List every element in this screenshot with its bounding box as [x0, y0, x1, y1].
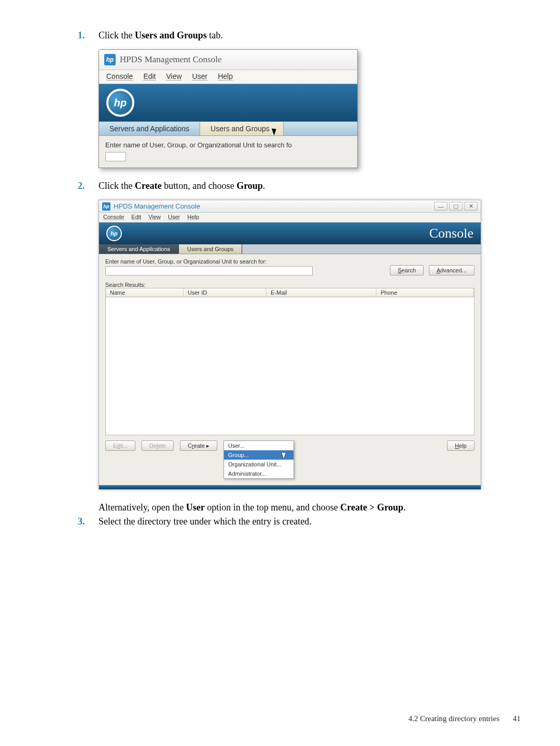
step-1: 1. Click the Users and Groups tab.	[78, 30, 560, 41]
search-results-label: Search Results:	[105, 282, 146, 288]
ss1-tabs: Servers and Applications Users and Group…	[99, 121, 357, 136]
menu-item-user[interactable]: User...	[224, 441, 293, 450]
step-1-post: tab.	[207, 30, 223, 40]
ss1-title: HPDS Management Console	[120, 54, 221, 65]
ss1-banner: hp	[99, 84, 357, 121]
footer-section: 4.2 Creating directory entries	[408, 714, 499, 723]
results-body	[105, 297, 474, 435]
footer-page: 41	[513, 714, 521, 723]
step-3: 3. Select the directory tree under which…	[78, 516, 560, 527]
menu-console[interactable]: Console	[103, 214, 124, 220]
alt-mid: option in the top menu, and choose	[205, 502, 340, 513]
col-name[interactable]: Name	[106, 288, 184, 297]
tab-users-groups[interactable]: Users and Groups	[179, 244, 242, 254]
ss1-search-input[interactable]	[105, 152, 126, 161]
step-2-alt: Alternatively, open the User option in t…	[99, 502, 560, 513]
menu-view[interactable]: View	[148, 214, 161, 220]
menu-item-admin[interactable]: Administrator...	[224, 469, 293, 478]
step-3-number: 3.	[78, 516, 96, 527]
ss1-menubar: Console Edit View User Help	[99, 70, 357, 84]
alt-b2: Create > Group	[340, 502, 403, 513]
ss1-search-label: Enter name of User, Group, or Organizati…	[105, 141, 292, 149]
ss1-titlebar: hp HPDS Management Console	[99, 50, 357, 70]
create-menu: User... Group... Organizational Unit... …	[223, 440, 294, 479]
advanced-button[interactable]: Advanced...Advanced...	[429, 265, 474, 275]
screenshot-2: hp HPDS Management Console — ▢ ✕ Console…	[99, 200, 481, 490]
menu-help[interactable]: Help	[218, 72, 233, 80]
bottom-toolbar: Edit...Edit... DeleteDelete Create ▸Crea…	[105, 440, 474, 479]
maximize-button[interactable]: ▢	[449, 202, 463, 211]
step-2-number: 2.	[78, 181, 96, 191]
search-button[interactable]: SSearchearch	[390, 265, 424, 275]
ss2-tabs: Servers and Applications Users and Group…	[99, 244, 481, 254]
create-button[interactable]: Create ▸Create	[180, 440, 217, 451]
step-2: 2. Click the Create button, and choose G…	[78, 181, 560, 191]
tab-servers[interactable]: Servers and Applications	[99, 122, 200, 135]
alt-post: .	[403, 502, 406, 513]
menu-view[interactable]: View	[166, 72, 182, 80]
tab-users-label: Users and Groups	[211, 125, 270, 133]
close-button[interactable]: ✕	[464, 202, 478, 211]
hp-circle-icon: hp	[106, 89, 134, 117]
banner-title: Console	[429, 226, 473, 241]
search-row: Enter name of User, Group, or Organizati…	[105, 258, 474, 275]
alt-b1: User	[186, 502, 205, 513]
tab-servers[interactable]: Servers and Applications	[99, 244, 179, 254]
ss2-menubar: Console Edit View User Help	[99, 213, 481, 223]
menu-user[interactable]: User	[192, 72, 208, 80]
col-phone[interactable]: Phone	[376, 288, 474, 297]
ss2-banner: hp Console	[99, 223, 481, 244]
help-button[interactable]: HelpHelp	[447, 440, 474, 451]
bottom-divider	[99, 485, 481, 489]
alt-pre: Alternatively, open the	[99, 502, 186, 513]
ss2-titlebar: hp HPDS Management Console — ▢ ✕	[99, 200, 481, 213]
step-2-pre: Click the	[99, 181, 135, 191]
window-buttons: — ▢ ✕	[434, 202, 478, 211]
col-userid[interactable]: User ID	[184, 288, 267, 297]
step-2-mid: button, and choose	[162, 181, 236, 191]
menu-user[interactable]: User	[168, 214, 180, 220]
step-2-bold1: Create	[135, 181, 162, 191]
results-header: Name User ID E-Mail Phone	[105, 288, 474, 297]
minimize-button[interactable]: —	[434, 202, 447, 211]
step-1-number: 1.	[78, 30, 96, 41]
delete-button: DeleteDelete	[142, 440, 174, 451]
step-1-pre: Click the	[99, 30, 135, 40]
step-3-text: Select the directory tree under which th…	[99, 516, 312, 527]
tab-users-groups[interactable]: Users and Groups	[200, 122, 284, 135]
step-2-bold2: Group	[236, 181, 263, 191]
page-footer: 4.2 Creating directory entries 41	[408, 714, 521, 723]
hp-logo-icon: hp	[102, 202, 110, 211]
col-email[interactable]: E-Mail	[267, 288, 376, 297]
ss2-search-label: Enter name of User, Group, or Organizati…	[105, 258, 267, 265]
hp-circle-icon: hp	[106, 226, 122, 241]
screenshot-1: hp HPDS Management Console Console Edit …	[99, 49, 358, 168]
step-1-text: Click the Users and Groups tab.	[99, 30, 223, 40]
ss2-search-input[interactable]	[105, 266, 313, 275]
ss1-search-area: Enter name of User, Group, or Organizati…	[99, 136, 357, 168]
ss2-title: HPDS Management Console	[114, 202, 200, 210]
menu-item-ou[interactable]: Organizational Unit...	[224, 460, 293, 469]
menu-edit[interactable]: Edit	[131, 214, 141, 220]
menu-item-group[interactable]: Group...	[224, 450, 293, 460]
hp-logo-icon: hp	[104, 54, 116, 65]
edit-button: Edit...Edit...	[105, 440, 135, 451]
step-1-bold: Users and Groups	[135, 30, 207, 40]
menu-console[interactable]: Console	[106, 72, 133, 80]
step-2-text: Click the Create button, and choose Grou…	[99, 181, 265, 191]
menu-edit[interactable]: Edit	[143, 72, 156, 80]
step-2-post: .	[263, 181, 265, 191]
menu-help[interactable]: Help	[187, 214, 199, 220]
